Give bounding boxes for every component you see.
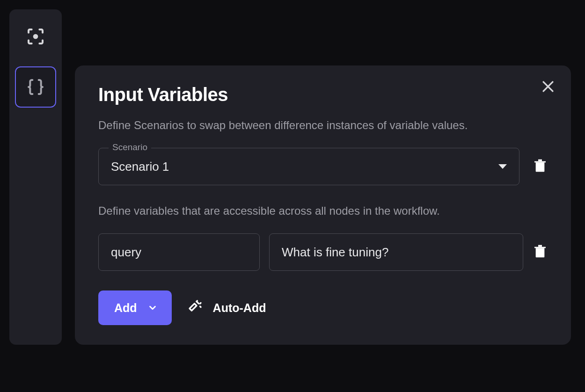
variable-row xyxy=(98,233,548,271)
svg-point-0 xyxy=(33,34,38,39)
close-icon xyxy=(540,79,556,94)
trash-icon xyxy=(533,243,548,260)
variable-value-input[interactable] xyxy=(269,233,523,271)
delete-variable-button[interactable] xyxy=(533,243,548,261)
scenario-description: Define Scenarios to swap between differe… xyxy=(98,116,548,134)
panel-title: Input Variables xyxy=(98,84,548,105)
sidebar-item-focus[interactable] xyxy=(15,16,56,57)
scenario-select[interactable]: Scenario 1 xyxy=(98,148,519,185)
variables-description: Define variables that are accessible acr… xyxy=(98,202,548,219)
scenario-field: Scenario Scenario 1 xyxy=(98,148,519,185)
braces-icon xyxy=(26,78,45,96)
trash-icon xyxy=(533,157,548,174)
sidebar xyxy=(9,9,62,345)
input-variables-panel: Input Variables Define Scenarios to swap… xyxy=(75,65,571,345)
chevron-down-icon xyxy=(498,164,507,169)
delete-scenario-button[interactable] xyxy=(533,157,548,176)
focus-icon xyxy=(26,27,45,46)
sidebar-item-variables[interactable] xyxy=(15,66,56,108)
variable-name-input[interactable] xyxy=(98,233,260,271)
add-button-label: Add xyxy=(114,301,137,315)
wand-icon xyxy=(187,298,204,318)
scenario-selected-value: Scenario 1 xyxy=(111,160,169,174)
auto-add-button[interactable]: Auto-Add xyxy=(187,298,266,318)
chevron-down-icon xyxy=(147,303,158,313)
add-button[interactable]: Add xyxy=(98,290,172,325)
scenario-label: Scenario xyxy=(109,142,151,152)
close-button[interactable] xyxy=(540,79,556,96)
auto-add-label: Auto-Add xyxy=(213,301,266,315)
